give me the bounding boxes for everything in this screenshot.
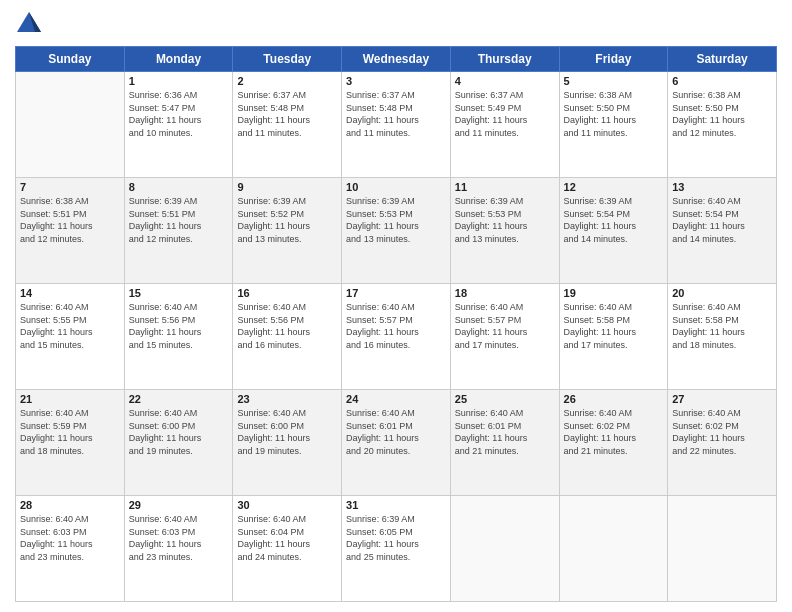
calendar-cell: 12Sunrise: 6:39 AMSunset: 5:54 PMDayligh… <box>559 178 668 284</box>
day-info: Sunrise: 6:39 AMSunset: 5:52 PMDaylight:… <box>237 195 337 245</box>
day-info: Sunrise: 6:40 AMSunset: 6:04 PMDaylight:… <box>237 513 337 563</box>
calendar-cell <box>559 496 668 602</box>
calendar-cell <box>668 496 777 602</box>
day-info: Sunrise: 6:39 AMSunset: 5:51 PMDaylight:… <box>129 195 229 245</box>
day-number: 3 <box>346 75 446 87</box>
calendar-cell: 20Sunrise: 6:40 AMSunset: 5:58 PMDayligh… <box>668 284 777 390</box>
day-number: 11 <box>455 181 555 193</box>
calendar-cell: 24Sunrise: 6:40 AMSunset: 6:01 PMDayligh… <box>342 390 451 496</box>
day-number: 27 <box>672 393 772 405</box>
day-info: Sunrise: 6:40 AMSunset: 6:00 PMDaylight:… <box>237 407 337 457</box>
calendar: SundayMondayTuesdayWednesdayThursdayFrid… <box>15 46 777 602</box>
calendar-cell: 11Sunrise: 6:39 AMSunset: 5:53 PMDayligh… <box>450 178 559 284</box>
day-number: 31 <box>346 499 446 511</box>
day-info: Sunrise: 6:40 AMSunset: 6:02 PMDaylight:… <box>564 407 664 457</box>
calendar-cell <box>16 72 125 178</box>
day-info: Sunrise: 6:40 AMSunset: 5:59 PMDaylight:… <box>20 407 120 457</box>
day-number: 13 <box>672 181 772 193</box>
day-info: Sunrise: 6:39 AMSunset: 5:53 PMDaylight:… <box>455 195 555 245</box>
day-info: Sunrise: 6:40 AMSunset: 6:01 PMDaylight:… <box>346 407 446 457</box>
day-info: Sunrise: 6:40 AMSunset: 6:03 PMDaylight:… <box>129 513 229 563</box>
calendar-cell: 15Sunrise: 6:40 AMSunset: 5:56 PMDayligh… <box>124 284 233 390</box>
day-info: Sunrise: 6:37 AMSunset: 5:48 PMDaylight:… <box>237 89 337 139</box>
day-header-saturday: Saturday <box>668 47 777 72</box>
day-info: Sunrise: 6:40 AMSunset: 5:58 PMDaylight:… <box>672 301 772 351</box>
day-number: 24 <box>346 393 446 405</box>
calendar-cell: 3Sunrise: 6:37 AMSunset: 5:48 PMDaylight… <box>342 72 451 178</box>
day-number: 21 <box>20 393 120 405</box>
calendar-cell: 13Sunrise: 6:40 AMSunset: 5:54 PMDayligh… <box>668 178 777 284</box>
calendar-cell: 21Sunrise: 6:40 AMSunset: 5:59 PMDayligh… <box>16 390 125 496</box>
calendar-cell: 30Sunrise: 6:40 AMSunset: 6:04 PMDayligh… <box>233 496 342 602</box>
calendar-cell: 14Sunrise: 6:40 AMSunset: 5:55 PMDayligh… <box>16 284 125 390</box>
day-info: Sunrise: 6:39 AMSunset: 6:05 PMDaylight:… <box>346 513 446 563</box>
day-info: Sunrise: 6:37 AMSunset: 5:48 PMDaylight:… <box>346 89 446 139</box>
day-number: 12 <box>564 181 664 193</box>
day-number: 16 <box>237 287 337 299</box>
day-info: Sunrise: 6:36 AMSunset: 5:47 PMDaylight:… <box>129 89 229 139</box>
day-header-friday: Friday <box>559 47 668 72</box>
day-header-tuesday: Tuesday <box>233 47 342 72</box>
calendar-cell: 19Sunrise: 6:40 AMSunset: 5:58 PMDayligh… <box>559 284 668 390</box>
page: SundayMondayTuesdayWednesdayThursdayFrid… <box>0 0 792 612</box>
day-number: 2 <box>237 75 337 87</box>
day-info: Sunrise: 6:40 AMSunset: 5:57 PMDaylight:… <box>346 301 446 351</box>
header <box>15 10 777 38</box>
day-number: 19 <box>564 287 664 299</box>
day-number: 23 <box>237 393 337 405</box>
day-number: 22 <box>129 393 229 405</box>
week-row-3: 14Sunrise: 6:40 AMSunset: 5:55 PMDayligh… <box>16 284 777 390</box>
calendar-cell: 16Sunrise: 6:40 AMSunset: 5:56 PMDayligh… <box>233 284 342 390</box>
calendar-cell: 8Sunrise: 6:39 AMSunset: 5:51 PMDaylight… <box>124 178 233 284</box>
calendar-cell: 7Sunrise: 6:38 AMSunset: 5:51 PMDaylight… <box>16 178 125 284</box>
day-number: 17 <box>346 287 446 299</box>
logo <box>15 10 47 38</box>
day-number: 7 <box>20 181 120 193</box>
week-row-2: 7Sunrise: 6:38 AMSunset: 5:51 PMDaylight… <box>16 178 777 284</box>
week-row-5: 28Sunrise: 6:40 AMSunset: 6:03 PMDayligh… <box>16 496 777 602</box>
calendar-cell: 1Sunrise: 6:36 AMSunset: 5:47 PMDaylight… <box>124 72 233 178</box>
day-header-monday: Monday <box>124 47 233 72</box>
calendar-cell: 29Sunrise: 6:40 AMSunset: 6:03 PMDayligh… <box>124 496 233 602</box>
day-number: 5 <box>564 75 664 87</box>
day-number: 29 <box>129 499 229 511</box>
calendar-cell: 10Sunrise: 6:39 AMSunset: 5:53 PMDayligh… <box>342 178 451 284</box>
day-info: Sunrise: 6:40 AMSunset: 6:00 PMDaylight:… <box>129 407 229 457</box>
day-info: Sunrise: 6:40 AMSunset: 6:01 PMDaylight:… <box>455 407 555 457</box>
day-info: Sunrise: 6:40 AMSunset: 5:54 PMDaylight:… <box>672 195 772 245</box>
week-row-4: 21Sunrise: 6:40 AMSunset: 5:59 PMDayligh… <box>16 390 777 496</box>
day-info: Sunrise: 6:39 AMSunset: 5:53 PMDaylight:… <box>346 195 446 245</box>
day-number: 18 <box>455 287 555 299</box>
logo-icon <box>15 10 43 38</box>
day-info: Sunrise: 6:40 AMSunset: 5:55 PMDaylight:… <box>20 301 120 351</box>
calendar-cell: 22Sunrise: 6:40 AMSunset: 6:00 PMDayligh… <box>124 390 233 496</box>
day-number: 14 <box>20 287 120 299</box>
calendar-cell: 27Sunrise: 6:40 AMSunset: 6:02 PMDayligh… <box>668 390 777 496</box>
week-row-1: 1Sunrise: 6:36 AMSunset: 5:47 PMDaylight… <box>16 72 777 178</box>
day-number: 9 <box>237 181 337 193</box>
calendar-cell <box>450 496 559 602</box>
day-number: 26 <box>564 393 664 405</box>
day-number: 10 <box>346 181 446 193</box>
calendar-cell: 5Sunrise: 6:38 AMSunset: 5:50 PMDaylight… <box>559 72 668 178</box>
day-info: Sunrise: 6:38 AMSunset: 5:51 PMDaylight:… <box>20 195 120 245</box>
day-info: Sunrise: 6:40 AMSunset: 6:03 PMDaylight:… <box>20 513 120 563</box>
day-number: 20 <box>672 287 772 299</box>
day-info: Sunrise: 6:38 AMSunset: 5:50 PMDaylight:… <box>672 89 772 139</box>
calendar-cell: 23Sunrise: 6:40 AMSunset: 6:00 PMDayligh… <box>233 390 342 496</box>
day-info: Sunrise: 6:40 AMSunset: 5:56 PMDaylight:… <box>237 301 337 351</box>
days-header-row: SundayMondayTuesdayWednesdayThursdayFrid… <box>16 47 777 72</box>
day-number: 6 <box>672 75 772 87</box>
day-header-wednesday: Wednesday <box>342 47 451 72</box>
calendar-cell: 6Sunrise: 6:38 AMSunset: 5:50 PMDaylight… <box>668 72 777 178</box>
day-info: Sunrise: 6:40 AMSunset: 5:58 PMDaylight:… <box>564 301 664 351</box>
calendar-cell: 2Sunrise: 6:37 AMSunset: 5:48 PMDaylight… <box>233 72 342 178</box>
day-info: Sunrise: 6:40 AMSunset: 6:02 PMDaylight:… <box>672 407 772 457</box>
calendar-cell: 25Sunrise: 6:40 AMSunset: 6:01 PMDayligh… <box>450 390 559 496</box>
day-number: 4 <box>455 75 555 87</box>
calendar-cell: 26Sunrise: 6:40 AMSunset: 6:02 PMDayligh… <box>559 390 668 496</box>
calendar-cell: 9Sunrise: 6:39 AMSunset: 5:52 PMDaylight… <box>233 178 342 284</box>
day-info: Sunrise: 6:39 AMSunset: 5:54 PMDaylight:… <box>564 195 664 245</box>
calendar-cell: 31Sunrise: 6:39 AMSunset: 6:05 PMDayligh… <box>342 496 451 602</box>
calendar-cell: 17Sunrise: 6:40 AMSunset: 5:57 PMDayligh… <box>342 284 451 390</box>
